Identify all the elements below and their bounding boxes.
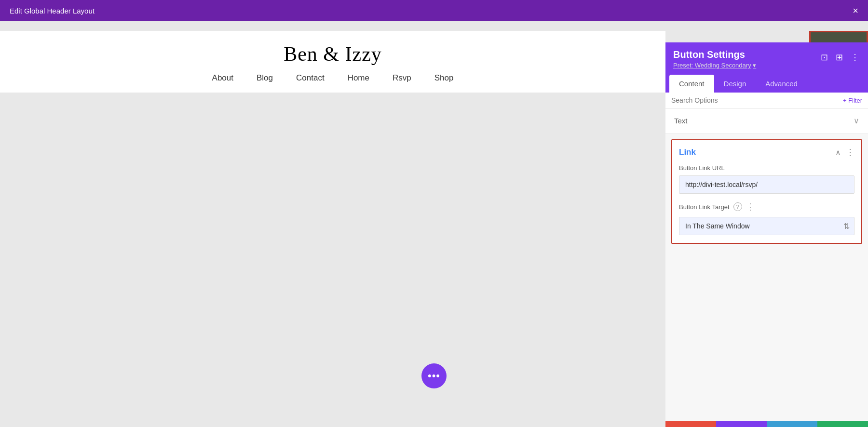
- url-field-label: Button Link URL: [679, 164, 854, 172]
- site-header-preview: Ben & Izzy About Blog Contact Home Rsvp …: [0, 31, 665, 93]
- panel-tabs: Content Design Advanced: [665, 75, 868, 93]
- link-section-controls: ∧ ⋮: [835, 147, 854, 158]
- filter-button[interactable]: + Filter: [843, 97, 862, 104]
- redo-button[interactable]: ↻: [767, 421, 817, 427]
- options-button[interactable]: •••: [421, 363, 447, 388]
- link-section-more-icon[interactable]: ⋮: [846, 147, 854, 158]
- preset-dropdown-icon: ▾: [753, 62, 756, 69]
- panel-title: Button Settings: [673, 49, 756, 60]
- panel-header-info: Button Settings Preset: Wedding Secondar…: [673, 49, 756, 69]
- link-section-header: Link ∧ ⋮: [672, 140, 861, 162]
- editor-title: Edit Global Header Layout: [10, 7, 95, 15]
- tab-content[interactable]: Content: [669, 75, 714, 93]
- confirm-button[interactable]: ✓: [817, 421, 868, 427]
- panel-expand-icon[interactable]: ⊞: [835, 51, 844, 64]
- tab-design[interactable]: Design: [714, 75, 756, 93]
- nav-item-contact[interactable]: Contact: [296, 73, 325, 83]
- target-help-icon[interactable]: ?: [733, 202, 742, 211]
- site-navigation: About Blog Contact Home Rsvp Shop: [212, 73, 454, 83]
- panel-header: Button Settings Preset: Wedding Secondar…: [665, 42, 868, 75]
- panel-header-icons: ⊡ ⊞ ⋮: [820, 51, 860, 64]
- nav-item-blog[interactable]: Blog: [257, 73, 273, 83]
- link-fields: Button Link URL Button Link Target ? ⋮ I…: [672, 162, 861, 243]
- nav-item-rsvp[interactable]: Rsvp: [393, 73, 411, 83]
- undo-button[interactable]: ↺: [716, 421, 767, 427]
- text-section[interactable]: Text ∨: [665, 108, 868, 133]
- search-bar: + Filter: [665, 93, 868, 108]
- top-bar: Edit Global Header Layout ×: [0, 0, 868, 21]
- nav-item-shop[interactable]: Shop: [434, 73, 454, 83]
- action-bar: ✕ ↺ ↻ ✓: [665, 421, 868, 427]
- panel-save-template-icon[interactable]: ⊡: [820, 51, 829, 64]
- link-section-collapse-icon[interactable]: ∧: [835, 148, 841, 157]
- preset-label[interactable]: Preset: Wedding Secondary: [673, 62, 751, 69]
- cancel-button[interactable]: ✕: [665, 421, 716, 427]
- target-more-icon[interactable]: ⋮: [746, 201, 755, 212]
- target-select-wrapper: In The Same WindowIn The New Tab ⇅: [679, 217, 854, 235]
- link-section: Link ∧ ⋮ Button Link URL Button Link Tar…: [671, 139, 862, 244]
- target-field-label: Button Link Target: [679, 203, 730, 211]
- site-title: Ben & Izzy: [284, 42, 382, 66]
- tab-advanced[interactable]: Advanced: [756, 75, 807, 93]
- text-section-chevron: ∨: [854, 116, 859, 125]
- close-button[interactable]: ×: [853, 6, 858, 15]
- target-row: Button Link Target ? ⋮: [679, 201, 854, 212]
- settings-panel: Button Settings Preset: Wedding Secondar…: [665, 42, 868, 427]
- url-input[interactable]: [679, 175, 854, 194]
- nav-item-about[interactable]: About: [212, 73, 233, 83]
- target-select[interactable]: In The Same WindowIn The New Tab: [679, 217, 854, 235]
- nav-item-home[interactable]: Home: [348, 73, 369, 83]
- search-input[interactable]: [671, 96, 839, 104]
- text-section-label: Text: [674, 117, 688, 125]
- canvas: + Ben & Izzy About Blog Contact Home Rsv…: [0, 21, 868, 427]
- panel-content: Text ∨ Link ∧ ⋮ Button Link URL Button L…: [665, 108, 868, 421]
- link-section-title: Link: [679, 147, 696, 157]
- panel-more-icon[interactable]: ⋮: [850, 51, 860, 64]
- panel-preset: Preset: Wedding Secondary ▾: [673, 62, 756, 69]
